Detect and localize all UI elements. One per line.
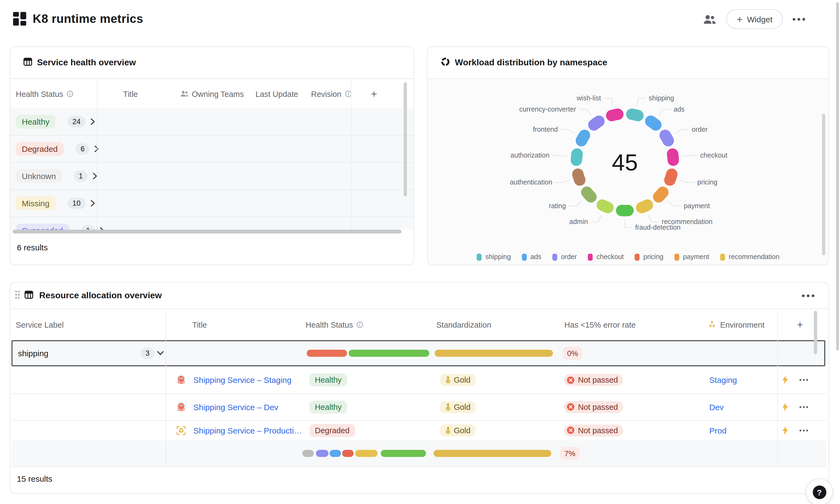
legend-item-recommendation: recommendation: [720, 253, 780, 261]
resources-column-header-has-15-error-rate: Has <15% error rate: [564, 320, 636, 329]
donut-label-fraud-detection: fraud-detection: [635, 223, 681, 231]
label-leader-line: [625, 220, 632, 228]
environment-link[interactable]: Dev: [709, 402, 724, 412]
column-label: Owning Teams: [192, 90, 244, 98]
share-users-icon[interactable]: [703, 14, 716, 24]
standardization-bar: [435, 350, 553, 357]
error-rate-badge: 0%: [563, 347, 582, 360]
table-icon: [24, 290, 33, 301]
donut-segment-currency-converter[interactable]: [594, 121, 599, 125]
donut-label-shipping: shipping: [649, 94, 674, 102]
add-widget-button[interactable]: + Widget: [726, 9, 783, 29]
label-leader-line: [659, 109, 671, 116]
resources-column-header-environment: Environment: [709, 320, 765, 329]
row-more-options-icon[interactable]: [799, 406, 808, 408]
count-badge: 24: [68, 116, 86, 127]
standardization-label: Gold: [454, 426, 470, 435]
donut-segment-authorization[interactable]: [576, 154, 577, 160]
health-status-row-healthy[interactable]: Healthy24: [10, 108, 414, 136]
health-status-row-degraded[interactable]: Degraded6: [10, 136, 414, 163]
donut-center-value: 45: [612, 149, 638, 175]
lightning-bolt-icon[interactable]: [782, 402, 789, 412]
standardization-label: Gold: [454, 376, 470, 384]
help-button[interactable]: ?: [806, 479, 833, 504]
label-leader-line: [675, 129, 689, 133]
info-icon[interactable]: [67, 90, 73, 97]
service-row-prod[interactable]: Shipping Service – Producti…DegradedGold…: [12, 420, 826, 440]
legend-item-checkout: checkout: [588, 253, 624, 261]
legend-swatch: [553, 253, 557, 260]
donut-segment-checkout[interactable]: [672, 154, 673, 160]
donut-segment-authentication[interactable]: [578, 174, 580, 180]
medal-icon: [445, 376, 451, 384]
donut-segment-wish-list[interactable]: [612, 114, 618, 116]
donut-label-currency-converter: currency-converter: [520, 105, 576, 113]
panel-title: Workload distribution by namespace: [455, 58, 607, 68]
table-vertical-scrollbar[interactable]: [814, 311, 817, 354]
health-distribution-pill: [355, 450, 378, 457]
more-options-icon[interactable]: [793, 18, 805, 20]
service-title-link[interactable]: Shipping Service – Dev: [193, 402, 278, 412]
column-label: Standardization: [436, 320, 491, 329]
donut-chart[interactable]: shippingadsordercheckoutpricingpaymentre…: [427, 79, 828, 266]
status-badge: Healthy: [16, 115, 56, 128]
service-row-dev[interactable]: Shipping Service – DevHealthyGoldNot pas…: [12, 394, 826, 421]
health-distribution-pill: [316, 450, 329, 457]
legend-swatch: [588, 253, 593, 260]
legend-label: checkout: [596, 253, 624, 261]
table-vertical-scrollbar[interactable]: [404, 82, 407, 197]
row-more-options-icon[interactable]: [799, 379, 808, 381]
chevron-right-icon[interactable]: [90, 118, 95, 125]
drag-handle-icon[interactable]: [15, 290, 20, 301]
group-row-shipping[interactable]: shipping 3 0%: [12, 340, 825, 366]
lightning-bolt-icon[interactable]: [782, 375, 789, 384]
donut-segment-payment[interactable]: [659, 192, 663, 197]
donut-segment-admin[interactable]: [602, 205, 608, 208]
donut-chart-icon: [441, 57, 450, 68]
column-label: Service Label: [16, 320, 64, 329]
group-dots-icon: [709, 320, 717, 329]
status-badge: Missing: [16, 197, 56, 210]
panel-header: Resource allocation overview: [10, 283, 828, 309]
legend-label: shipping: [485, 253, 511, 261]
service-row-staging[interactable]: Shipping Service – StagingHealthyGoldNot…: [12, 366, 826, 394]
health-status-row-unknown[interactable]: Unknown1: [10, 163, 414, 190]
column-divider: [97, 78, 98, 230]
lightning-bolt-icon[interactable]: [782, 426, 789, 435]
health-status-row-missing[interactable]: Missing10: [10, 190, 414, 217]
chevron-right-icon[interactable]: [100, 227, 105, 230]
donut-segment-order[interactable]: [665, 135, 668, 141]
panel-more-options-icon[interactable]: [802, 294, 815, 297]
donut-segment-pricing[interactable]: [670, 174, 672, 180]
donut-label-authorization: authorization: [510, 151, 549, 159]
environment-link[interactable]: Prod: [709, 426, 727, 435]
donut-segment-ads[interactable]: [651, 121, 655, 125]
donut-segment-frontend[interactable]: [581, 135, 584, 141]
resources-add-column-button[interactable]: +: [797, 319, 803, 331]
cube-scan-icon: [176, 425, 186, 435]
column-label: Environment: [720, 320, 765, 329]
health-status-row-suspended[interactable]: Suspended1: [10, 217, 414, 230]
donut-segment-rating[interactable]: [587, 192, 591, 197]
chevron-right-icon[interactable]: [90, 200, 95, 207]
donut-segment-recommendation[interactable]: [642, 205, 647, 208]
standardization-bar: [434, 450, 551, 457]
info-icon[interactable]: [356, 321, 363, 328]
chart-legend: shippingadsordercheckoutpricingpaymentre…: [427, 253, 828, 261]
health-column-header-revision: Revision: [311, 90, 352, 98]
page-scrollbar[interactable]: [836, 2, 839, 350]
legend-swatch: [477, 253, 482, 260]
health-add-column-button[interactable]: +: [371, 88, 377, 100]
service-title-link[interactable]: Shipping Service – Producti…: [193, 426, 302, 435]
chart-scrollbar[interactable]: [822, 114, 825, 255]
table-horizontal-scrollbar[interactable]: [10, 230, 414, 234]
service-title-link[interactable]: Shipping Service – Staging: [193, 375, 292, 384]
donut-label-checkout: checkout: [700, 151, 728, 159]
donut-segment-shipping[interactable]: [632, 114, 638, 116]
chevron-down-icon[interactable]: [157, 351, 164, 356]
row-more-options-icon[interactable]: [799, 429, 808, 432]
environment-link[interactable]: Staging: [709, 375, 737, 384]
x-circle-icon: [566, 403, 575, 411]
collapsed-group-row[interactable]: 7%: [12, 440, 826, 467]
panel-header: Service health overview: [10, 47, 414, 78]
